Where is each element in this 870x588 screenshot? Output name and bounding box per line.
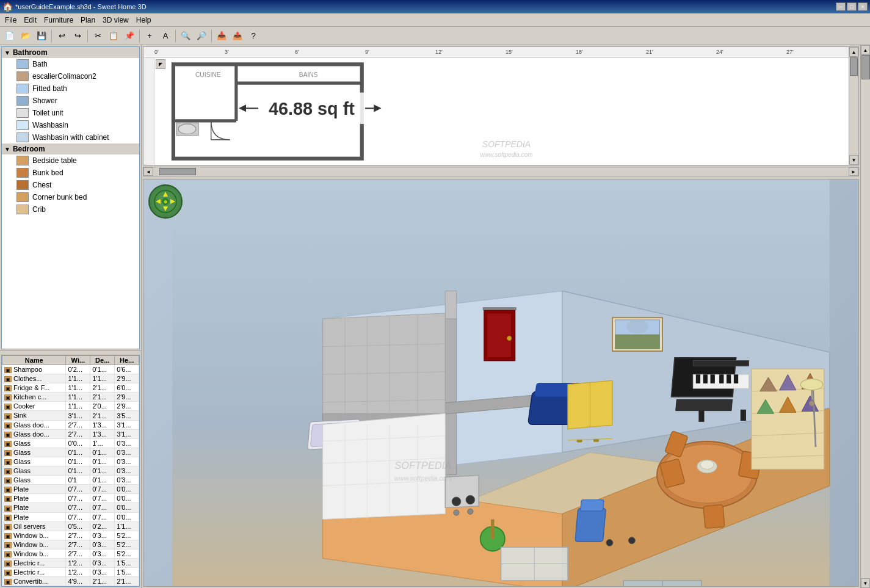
tree-item-crib[interactable]: Crib: [2, 203, 139, 216]
table-row[interactable]: ▣Clothes...1'1...1'1...2'9...: [2, 374, 139, 383]
svg-point-71: [628, 537, 635, 544]
paste-toolbar-button[interactable]: 📌: [122, 29, 137, 43]
right-vscroll[interactable]: ▲ ▼: [860, 45, 870, 588]
view-3d[interactable]: SOFTPEDIA www.softpedia.com: [143, 179, 859, 587]
table-cell-17-0: ▣Oil servers: [2, 521, 66, 531]
scroll-thumb[interactable]: [850, 57, 858, 76]
table-row[interactable]: ▣Plate0'7...0'7...0'0...: [2, 494, 139, 503]
open-toolbar-button[interactable]: 📂: [18, 29, 33, 43]
navigation-compass[interactable]: ⊕: [148, 184, 183, 219]
hscroll-right[interactable]: ►: [849, 167, 858, 176]
svg-rect-69: [581, 500, 604, 511]
svg-point-36: [507, 336, 512, 340]
redo-toolbar-button[interactable]: ↪: [70, 29, 85, 43]
menu-item-help[interactable]: Help: [132, 15, 155, 26]
close-button[interactable]: ×: [858, 2, 868, 11]
panel-resize-handle[interactable]: [0, 350, 141, 354]
table-cell-20-3: 5'2...: [115, 549, 139, 558]
cut-toolbar-button[interactable]: ✂: [90, 29, 105, 43]
scroll-up-arrow[interactable]: ▲: [849, 47, 858, 57]
table-row[interactable]: ▣Shampoo0'2...0'1...0'6...: [2, 365, 139, 374]
table-row[interactable]: ▣Fridge & F...1'1...2'1...6'0...: [2, 383, 139, 393]
tree-item-bunk-bed[interactable]: Bunk bed: [2, 167, 139, 179]
tree-item-washbasin[interactable]: Washbasin: [2, 119, 139, 131]
zoom-out-toolbar-button[interactable]: 🔎: [194, 29, 209, 43]
table-row[interactable]: ▣Cooker1'1...2'0...2'9...: [2, 402, 139, 411]
table-cell-0-2: 0'1...: [90, 365, 115, 374]
tree-item-fitted-bath[interactable]: Fitted bath: [2, 82, 139, 95]
table-row[interactable]: ▣Oil servers0'5...0'2...1'1...: [2, 521, 139, 531]
svg-point-49: [454, 510, 459, 515]
tree-item-washbasin-with-cabinet[interactable]: Washbasin with cabinet: [2, 131, 139, 143]
new-toolbar-button[interactable]: 📄: [2, 29, 17, 43]
svg-rect-90: [727, 374, 731, 383]
furniture-tree[interactable]: ▼Bathroom Bath escalierColimacon2 Fitted…: [1, 46, 140, 349]
table-row[interactable]: ▣Window b...2'7...0'3...5'2...: [2, 549, 139, 558]
hscroll-thumb[interactable]: [159, 168, 196, 175]
table-cell-2-0: ▣Fridge & F...: [2, 383, 66, 393]
maximize-button[interactable]: □: [847, 2, 857, 11]
table-row[interactable]: ▣Plate0'7...0'7...0'0...: [2, 503, 139, 512]
undo-toolbar-button[interactable]: ↩: [54, 29, 69, 43]
svg-point-100: [800, 379, 822, 390]
plan-vscroll[interactable]: ▲ ▼: [849, 47, 858, 165]
scroll-down-arrow[interactable]: ▼: [849, 155, 858, 165]
save-toolbar-button[interactable]: 💾: [34, 29, 49, 43]
table-row[interactable]: ▣Plate0'7...0'7...0'0...: [2, 485, 139, 494]
menu-item-3d-view[interactable]: 3D view: [99, 15, 132, 26]
table-cell-14-3: 0'0...: [115, 494, 139, 503]
menu-item-furniture[interactable]: Furniture: [40, 15, 77, 26]
tree-item-escaliercolimacon2[interactable]: escalierColimacon2: [2, 70, 139, 82]
import-toolbar-button[interactable]: 📥: [214, 29, 229, 43]
zoom-in-toolbar-button[interactable]: 🔍: [178, 29, 193, 43]
export-toolbar-button[interactable]: 📤: [230, 29, 245, 43]
furniture-table[interactable]: NameWi...De...He... ▣Shampoo0'2...0'1...…: [1, 355, 140, 587]
tree-item-corner-bunk-bed[interactable]: Corner bunk bed: [2, 191, 139, 203]
table-cell-16-1: 0'7...: [66, 512, 90, 521]
category-bedroom[interactable]: ▼Bedroom: [2, 143, 139, 154]
table-cell-1-3: 2'9...: [115, 374, 139, 383]
tree-item-toilet-unit[interactable]: Toilet unit: [2, 107, 139, 119]
text-toolbar-button[interactable]: A: [158, 29, 173, 43]
table-row[interactable]: ▣Plate0'7...0'7...0'0...: [2, 512, 139, 521]
vscroll-up[interactable]: ▲: [861, 45, 870, 55]
tree-item-shower[interactable]: Shower: [2, 95, 139, 107]
category-bathroom[interactable]: ▼Bathroom: [2, 47, 139, 58]
vscroll-down[interactable]: ▼: [861, 578, 870, 588]
hscroll-left[interactable]: ◄: [143, 167, 153, 176]
help-toolbar-button[interactable]: ?: [246, 29, 261, 43]
tree-item-bedside-table[interactable]: Bedside table: [2, 154, 139, 167]
table-row[interactable]: ▣Window b...2'7...0'3...5'2...: [2, 540, 139, 549]
table-row[interactable]: ▣Glass0'1...0'1...0'3...: [2, 448, 139, 457]
copy-toolbar-button[interactable]: 📋: [106, 29, 121, 43]
menu-item-file[interactable]: File: [1, 15, 20, 26]
table-cell-4-3: 2'9...: [115, 402, 139, 411]
table-row[interactable]: ▣Glass0'10'1...0'3...: [2, 476, 139, 485]
table-row[interactable]: ▣Window b...2'7...0'3...5'2...: [2, 531, 139, 540]
plan-canvas[interactable]: CUISINE BAINS 46.88 sq ft: [154, 58, 858, 165]
table-row[interactable]: ▣Kitchen c...1'1...2'1...2'9...: [2, 393, 139, 402]
table-cell-12-3: 0'3...: [115, 476, 139, 485]
category-label: Bathroom: [13, 48, 48, 57]
menu-item-edit[interactable]: Edit: [20, 15, 40, 26]
table-row[interactable]: ▣Sink3'1...2'1...3'5...: [2, 411, 139, 420]
tree-item-chest[interactable]: Chest: [2, 179, 139, 191]
table-row[interactable]: ▣Glass doo...2'7...1'3...3'1...: [2, 429, 139, 438]
plan-hscroll[interactable]: ◄ ►: [143, 167, 859, 176]
menu-item-plan[interactable]: Plan: [77, 15, 99, 26]
table-row[interactable]: ▣Glass0'1...0'1...0'3...: [2, 457, 139, 466]
table-cell-15-1: 0'7...: [66, 503, 90, 512]
table-row[interactable]: ▣Glass0'0...1'...0'3...: [2, 438, 139, 448]
table-row[interactable]: ▣Glass0'1...0'1...0'3...: [2, 466, 139, 476]
title-bar: 🏠 *userGuideExample.sh3d - Sweet Home 3D…: [0, 0, 870, 13]
table-row[interactable]: ▣Convertib...4'9...2'1...2'1...: [2, 577, 139, 586]
add-furniture-toolbar-button[interactable]: +: [142, 29, 157, 43]
minimize-button[interactable]: –: [836, 2, 846, 11]
tree-item-bath[interactable]: Bath: [2, 58, 139, 70]
plan-scroll-corner[interactable]: ◤: [156, 59, 165, 69]
plan-view[interactable]: 0'3'6'9'12'15'18'21'24'27' CUISINE BAINS: [143, 46, 859, 165]
table-row[interactable]: ▣Electric r...1'2...0'3...1'5...: [2, 558, 139, 567]
vscroll-thumb[interactable]: [861, 55, 870, 79]
table-row[interactable]: ▣Glass doo...2'7...1'3...3'1...: [2, 420, 139, 429]
table-row[interactable]: ▣Electric r...1'2...0'3...1'5...: [2, 568, 139, 577]
